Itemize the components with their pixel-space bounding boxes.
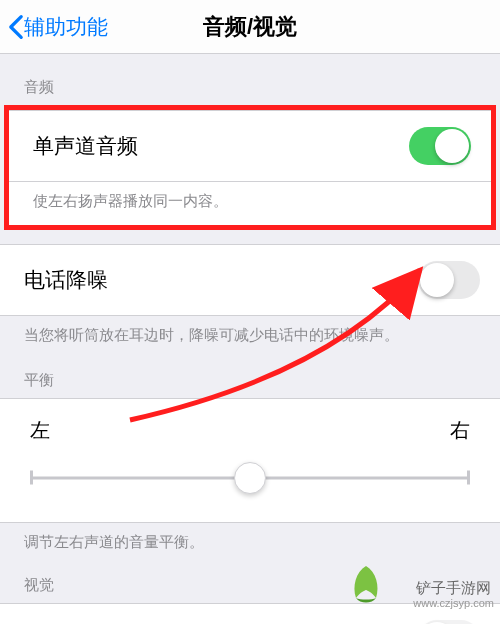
balance-footer: 调节左右声道的音量平衡。 (0, 523, 500, 566)
section-header-balance: 平衡 (0, 359, 500, 398)
highlight-annotation: 单声道音频 使左右扬声器播放同一内容。 (4, 105, 496, 230)
balance-slider-thumb[interactable] (234, 462, 266, 494)
mono-audio-row[interactable]: 单声道音频 (9, 110, 491, 182)
mono-audio-toggle[interactable] (409, 127, 471, 165)
watermark-text: 铲子手游网 www.czjsyp.com (413, 579, 494, 610)
phone-noise-label: 电话降噪 (24, 266, 108, 294)
led-flash-toggle[interactable] (418, 620, 480, 624)
balance-row: 左 右 (0, 398, 500, 523)
nav-bar: 辅助功能 音频/视觉 (0, 0, 500, 54)
chevron-left-icon (8, 14, 24, 40)
phone-noise-toggle[interactable] (418, 261, 480, 299)
balance-slider[interactable] (30, 462, 470, 494)
watermark-line2: www.czjsyp.com (413, 597, 494, 610)
phone-noise-footer: 当您将听筒放在耳边时，降噪可减少电话中的环境噪声。 (0, 316, 500, 359)
watermark-line1: 铲子手游网 (413, 579, 494, 597)
back-label: 辅助功能 (24, 13, 108, 41)
section-header-audio: 音频 (0, 54, 500, 105)
balance-right-label: 右 (450, 417, 470, 444)
balance-left-label: 左 (30, 417, 50, 444)
back-button[interactable]: 辅助功能 (0, 13, 108, 41)
mono-audio-label: 单声道音频 (33, 132, 138, 160)
phone-noise-row[interactable]: 电话降噪 (0, 244, 500, 316)
mono-audio-footer: 使左右扬声器播放同一内容。 (9, 182, 491, 225)
watermark-logo-icon (342, 562, 390, 610)
